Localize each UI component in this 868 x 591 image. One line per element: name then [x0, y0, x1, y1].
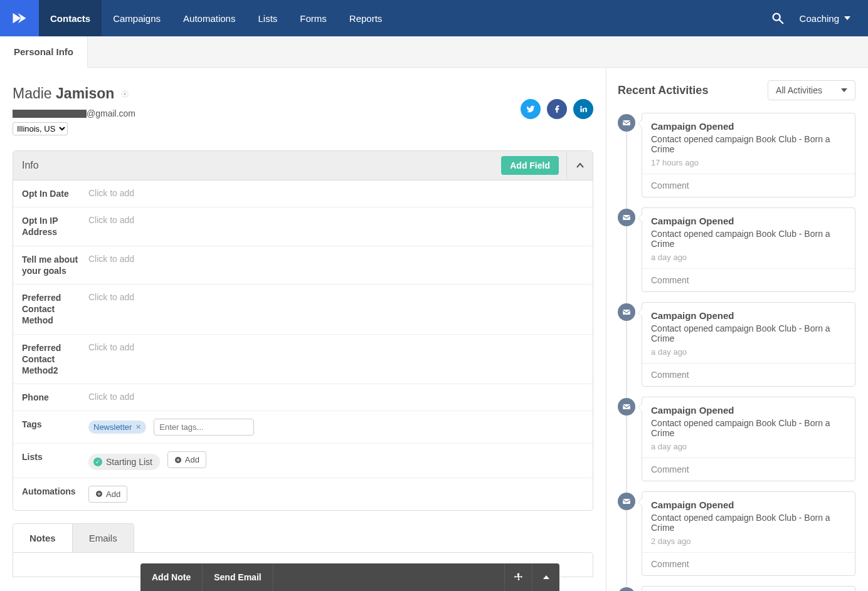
field-label: Lists — [22, 451, 88, 463]
add-automation-button[interactable]: Add — [88, 486, 127, 503]
check-icon: ✓ — [93, 458, 102, 466]
svg-rect-7 — [623, 310, 630, 315]
activity-item: Campaign Opened — [635, 586, 855, 591]
field-value[interactable]: Click to add — [88, 342, 584, 352]
svg-point-2 — [124, 93, 127, 95]
tab-notes[interactable]: Notes — [13, 524, 73, 552]
nav-tab-automations[interactable]: Automations — [172, 0, 246, 36]
expand-icon[interactable] — [532, 563, 559, 591]
linkedin-icon[interactable] — [573, 99, 593, 119]
field-label: Tags — [22, 419, 88, 430]
field-tags: Tags Newsletter ✕ — [13, 411, 593, 444]
field-pref-contact: Preferred Contact Method Click to add — [13, 285, 593, 335]
account-menu[interactable]: Coaching — [800, 13, 850, 24]
move-icon[interactable] — [504, 563, 532, 591]
field-label: Opt In Date — [22, 188, 88, 199]
activity-time: 17 hours ago — [651, 158, 846, 167]
add-label: Add — [185, 455, 199, 464]
activity-comment[interactable]: Comment — [642, 552, 855, 575]
search-icon[interactable] — [771, 11, 785, 25]
nav-tab-contacts[interactable]: Contacts — [39, 0, 102, 36]
field-label: Preferred Contact Method — [22, 292, 88, 327]
add-list-button[interactable]: Add — [167, 451, 206, 468]
app-logo[interactable] — [0, 0, 39, 36]
svg-rect-5 — [623, 120, 630, 125]
activity-description: Contact opened campaign Book Club - Born… — [651, 513, 846, 533]
info-card-title: Info — [13, 151, 48, 180]
field-label: Phone — [22, 392, 88, 403]
gear-icon[interactable] — [120, 90, 129, 98]
field-value[interactable]: Click to add — [88, 215, 584, 225]
field-value[interactable]: Click to add — [88, 392, 584, 402]
last-name: Jamison — [56, 85, 114, 102]
location-select[interactable]: Illinois, US — [13, 122, 68, 135]
field-value[interactable]: Click to add — [88, 254, 584, 264]
caret-down-icon — [844, 16, 850, 20]
activity-title: Campaign Opened — [651, 499, 846, 510]
activity-comment[interactable]: Comment — [642, 458, 855, 481]
info-card: Info Add Field Opt In Date Click to add … — [13, 150, 593, 511]
contact-email: @gmail.com — [13, 108, 135, 118]
contact-name: Madie Jamison — [13, 85, 135, 102]
mail-icon — [618, 114, 635, 132]
activities-filter[interactable]: All Activities — [768, 80, 855, 100]
activity-description: Contact opened campaign Book Club - Born… — [651, 418, 846, 438]
mail-icon — [618, 398, 635, 416]
field-pref-contact2: Preferred Contact Method2 Click to add — [13, 335, 593, 385]
svg-rect-6 — [623, 215, 630, 220]
tag-label: Newsletter — [93, 422, 132, 432]
list-chip[interactable]: ✓ Starting List — [88, 454, 160, 470]
nav-tabs: Contacts Campaigns Automations Lists For… — [39, 0, 393, 36]
field-label: Automations — [22, 486, 88, 497]
add-note-button[interactable]: Add Note — [140, 563, 203, 591]
add-field-button[interactable]: Add Field — [501, 156, 559, 175]
mail-icon — [618, 493, 635, 510]
tag-remove-icon[interactable]: ✕ — [135, 423, 141, 431]
activities-sidebar: Recent Activities All Activities Campaig… — [606, 68, 868, 591]
field-value[interactable]: Click to add — [88, 188, 584, 198]
field-label: Opt In IP Address — [22, 215, 88, 238]
activities-timeline: Campaign Opened Contact opened campaign … — [618, 113, 855, 591]
facebook-icon[interactable] — [547, 99, 567, 119]
svg-rect-8 — [623, 404, 630, 409]
activity-comment[interactable]: Comment — [642, 268, 855, 291]
activity-description: Contact opened campaign Book Club - Born… — [651, 323, 846, 343]
collapse-toggle[interactable] — [566, 151, 593, 180]
add-label: Add — [106, 489, 120, 499]
sub-tabs: Personal Info — [0, 36, 868, 68]
twitter-icon[interactable] — [521, 99, 541, 119]
activity-title: Campaign Opened — [651, 216, 846, 226]
activity-title: Campaign Opened — [651, 121, 846, 132]
activity-comment[interactable]: Comment — [642, 363, 855, 386]
mail-icon — [618, 587, 635, 591]
activity-item: Campaign Opened Contact opened campaign … — [635, 302, 855, 387]
nav-tab-forms[interactable]: Forms — [288, 0, 338, 36]
action-bar: Add Note Send Email — [140, 563, 559, 591]
activity-time: 2 days ago — [651, 536, 846, 546]
mail-icon — [618, 209, 635, 226]
tag-chip[interactable]: Newsletter ✕ — [88, 421, 146, 434]
mail-icon — [618, 303, 635, 321]
timeline-line — [626, 118, 627, 591]
nav-right: Coaching — [771, 11, 868, 25]
email-redacted — [13, 110, 87, 118]
plus-circle-icon — [174, 456, 182, 464]
send-email-button[interactable]: Send Email — [203, 563, 273, 591]
field-opt-in-date: Opt In Date Click to add — [13, 180, 593, 207]
field-phone: Phone Click to add — [13, 384, 593, 411]
nav-tab-campaigns[interactable]: Campaigns — [102, 0, 172, 36]
field-value[interactable]: Click to add — [88, 292, 584, 302]
nav-tab-lists[interactable]: Lists — [246, 0, 288, 36]
list-label: Starting List — [106, 457, 152, 467]
nav-tab-reports[interactable]: Reports — [338, 0, 394, 36]
field-goals: Tell me about your goals Click to add — [13, 246, 593, 285]
activity-description: Contact opened campaign Book Club - Born… — [651, 134, 846, 154]
activity-time: a day ago — [651, 442, 846, 451]
activity-title: Campaign Opened — [651, 405, 846, 416]
tab-emails[interactable]: Emails — [73, 524, 134, 552]
activity-comment[interactable]: Comment — [642, 174, 855, 197]
info-card-header: Info Add Field — [13, 151, 593, 180]
tag-input[interactable] — [154, 419, 254, 436]
subtab-personal-info[interactable]: Personal Info — [0, 36, 88, 68]
notes-emails-tabs: Notes Emails — [13, 523, 134, 552]
